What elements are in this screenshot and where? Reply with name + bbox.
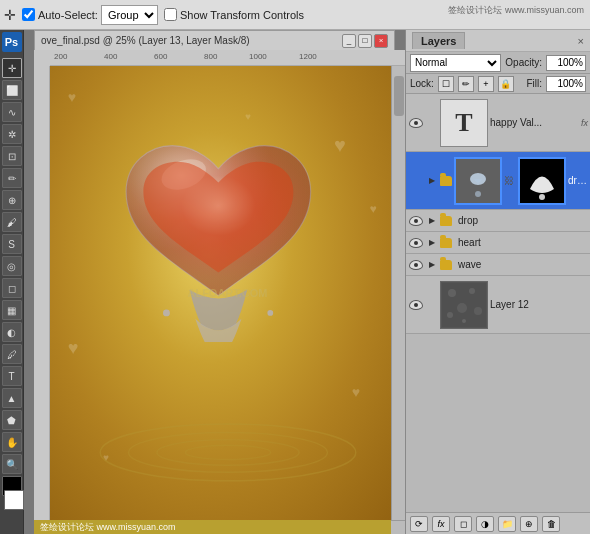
ruler-corner (34, 50, 50, 66)
magic-wand-tool[interactable]: ✲ (2, 124, 22, 144)
layer-row-wave[interactable]: ▶ wave (406, 254, 590, 276)
scroll-thumb-v[interactable] (394, 76, 404, 116)
zoom-tool[interactable]: 🔍 (2, 454, 22, 474)
maximize-button[interactable]: □ (358, 34, 372, 48)
new-group-btn[interactable]: 📁 (498, 516, 516, 532)
hand-tool[interactable]: ✋ (2, 432, 22, 452)
eye-icon-wave[interactable] (409, 260, 423, 270)
pen-tool[interactable]: 🖊 (2, 344, 22, 364)
eye-col-drop[interactable] (408, 216, 424, 226)
blend-mode-select[interactable]: Normal Multiply Screen Overlay (410, 54, 501, 72)
fill-label: Fill: (526, 78, 542, 89)
move-tool[interactable]: ✛ (2, 58, 22, 78)
history-brush[interactable]: ◎ (2, 256, 22, 276)
layer-row-text[interactable]: T happy Val... fx (406, 94, 590, 152)
ruler-horizontal: 200 400 600 800 1000 1200 (34, 50, 405, 66)
blend-opacity-row: Normal Multiply Screen Overlay Opacity: … (406, 52, 590, 74)
lock-position-btn[interactable]: + (478, 76, 494, 92)
lasso-tool[interactable]: ∿ (2, 102, 22, 122)
new-layer-btn[interactable]: ⊕ (520, 516, 538, 532)
path-selection-tool[interactable]: ▲ (2, 388, 22, 408)
shape-tool[interactable]: ⬟ (2, 410, 22, 430)
background-color[interactable] (4, 490, 24, 510)
eye-icon-text[interactable] (409, 118, 423, 128)
auto-select-label: Auto-Select: (38, 9, 98, 21)
minimize-button[interactable]: _ (342, 34, 356, 48)
lock-label: Lock: (410, 78, 434, 89)
folder-icon-drop (440, 216, 452, 226)
layer-row-drop[interactable]: ▶ drop (406, 210, 590, 232)
brush-tool[interactable]: 🖌 (2, 212, 22, 232)
svg-point-20 (474, 307, 482, 315)
arrow-drop[interactable]: ▶ (426, 216, 438, 225)
bokeh-heart-1: ♥ (68, 89, 76, 105)
layers-bottom-toolbar: ⟳ fx ◻ ◑ 📁 ⊕ 🗑 (406, 512, 590, 534)
add-mask-btn[interactable]: ◻ (454, 516, 472, 532)
delete-layer-btn[interactable]: 🗑 (542, 516, 560, 532)
eye-icon-heart[interactable] (409, 238, 423, 248)
heart-image-svg (103, 111, 334, 342)
arrow-heart[interactable]: ▶ (426, 238, 438, 247)
chain-icon-drops: ⛓ (504, 175, 514, 186)
auto-select-checkbox[interactable] (22, 8, 35, 21)
layer-name-drop: drop (458, 215, 588, 226)
fill-input[interactable]: 100% (546, 76, 586, 92)
ruler-mark-1200: 1200 (299, 52, 317, 61)
svg-point-7 (157, 439, 299, 465)
marquee-tool[interactable]: ⬜ (2, 80, 22, 100)
svg-point-2 (268, 310, 274, 316)
crop-tool[interactable]: ⊡ (2, 146, 22, 166)
add-fx-btn[interactable]: fx (432, 516, 450, 532)
lock-transparent-btn[interactable]: ☐ (438, 76, 454, 92)
ruler-mark-1000: 1000 (249, 52, 267, 61)
ruler-mark-400: 400 (104, 52, 117, 61)
folder-icon-heart (440, 238, 452, 248)
layers-panel: Layers × Normal Multiply Screen Overlay … (405, 30, 590, 534)
dodge-tool[interactable]: ◐ (2, 322, 22, 342)
lock-pixels-btn[interactable]: ✏ (458, 76, 474, 92)
eye-col-heart[interactable] (408, 238, 424, 248)
lock-all-btn[interactable]: 🔒 (498, 76, 514, 92)
link-layers-btn[interactable]: ⟳ (410, 516, 428, 532)
close-button[interactable]: × (374, 34, 388, 48)
eraser-tool[interactable]: ◻ (2, 278, 22, 298)
eyedropper-tool[interactable]: ✏ (2, 168, 22, 188)
healing-tool[interactable]: ⊕ (2, 190, 22, 210)
eye-col-layer12[interactable] (408, 300, 424, 310)
eye-col-text[interactable] (408, 118, 424, 128)
svg-point-17 (469, 288, 475, 294)
canvas-title-bar: ove_final.psd @ 25% (Layer 13, Layer Mas… (34, 30, 395, 50)
layers-tab-label: Layers (421, 35, 456, 47)
layers-tab[interactable]: Layers (412, 32, 465, 49)
layer-row-heart[interactable]: ▶ heart (406, 232, 590, 254)
layer-row-drops[interactable]: ▶ ⛓ (406, 152, 590, 210)
show-transform-checkbox[interactable] (164, 8, 177, 21)
auto-select-dropdown[interactable]: Group Layer (101, 5, 158, 25)
arrow-drops[interactable]: ▶ (426, 176, 438, 185)
eye-icon-layer12[interactable] (409, 300, 423, 310)
ruler-mark-600: 600 (154, 52, 167, 61)
arrow-wave[interactable]: ▶ (426, 260, 438, 269)
clone-tool[interactable]: S (2, 234, 22, 254)
thumb-layer12 (440, 281, 488, 329)
text-tool[interactable]: T (2, 366, 22, 386)
thumb-drops-svg (456, 159, 500, 203)
layer-row-layer12[interactable]: Layer 12 (406, 276, 590, 334)
adj-layer-btn[interactable]: ◑ (476, 516, 494, 532)
move-tool-icon: ✛ (4, 7, 16, 23)
auto-select-group: Auto-Select: Group Layer (22, 5, 158, 25)
gradient-tool[interactable]: ▦ (2, 300, 22, 320)
eye-col-wave[interactable] (408, 260, 424, 270)
layer-name-wave: wave (458, 259, 588, 270)
show-transform-label: Show Transform Controls (180, 9, 304, 21)
bokeh-heart-3: ♥ (370, 202, 377, 216)
opacity-input[interactable]: 100% (546, 55, 586, 71)
layer-name-drops: drops (568, 175, 588, 186)
ruler-mark-200: 200 (54, 52, 67, 61)
mask-svg (520, 159, 564, 203)
eye-icon-drop[interactable] (409, 216, 423, 226)
svg-point-18 (457, 303, 467, 313)
close-layers-tab[interactable]: × (578, 35, 584, 47)
scrollbar-vertical[interactable] (391, 66, 405, 520)
bokeh-heart-4: ♥ (68, 338, 79, 359)
